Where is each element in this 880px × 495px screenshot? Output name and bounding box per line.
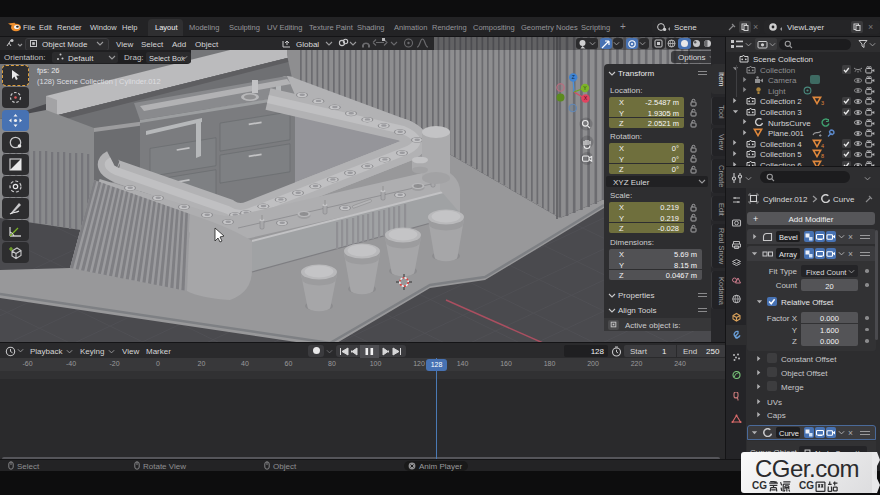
svg-text:Z: Z	[572, 74, 575, 80]
